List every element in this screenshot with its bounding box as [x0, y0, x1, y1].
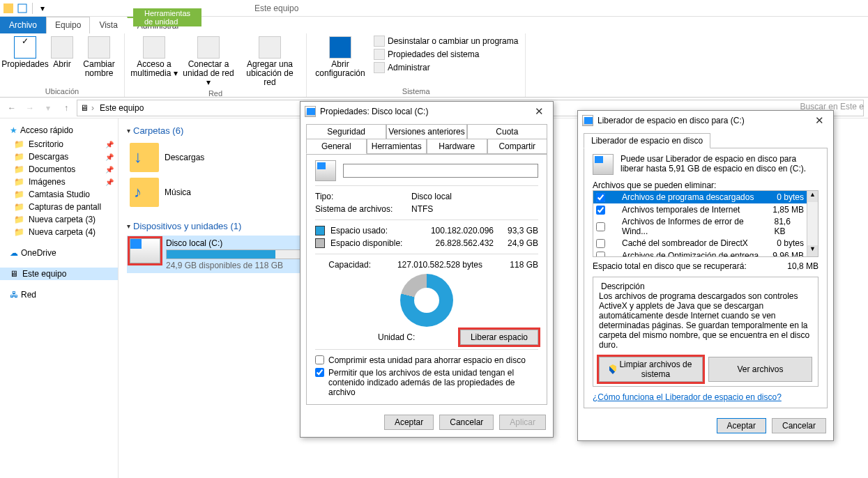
tab-tools[interactable]: Herramientas: [367, 139, 427, 154]
list-item[interactable]: Caché del sombreador de DirectX0 bytes: [593, 237, 807, 249]
ribbon-rename-label: Cambiar nombre: [79, 60, 119, 78]
label-used: Espacio usado:: [330, 226, 411, 236]
breadcrumb-thispc[interactable]: Este equipo: [97, 103, 146, 113]
nav-thispc[interactable]: 🖥Este equipo: [0, 268, 118, 280]
tab-sharing[interactable]: Compartir: [487, 139, 548, 154]
item-checkbox[interactable]: [596, 206, 605, 215]
ribbon-open[interactable]: Abrir: [47, 35, 77, 87]
nav-network[interactable]: 🖧Red: [0, 287, 118, 302]
sidebar-item[interactable]: 📁Descargas📌: [0, 151, 118, 163]
propdlg-titlebar[interactable]: Propiedades: Disco local (C:) ✕: [300, 102, 553, 121]
cleanupdlg-titlebar[interactable]: Liberador de espacio en disco para (C:) …: [578, 111, 833, 130]
ribbon-properties[interactable]: ✓Propiedades: [4, 35, 46, 87]
qat-properties-icon[interactable]: [17, 3, 28, 14]
item-label: Archivos de programa descargados: [622, 192, 754, 202]
clean-system-files-button[interactable]: Limpiar archivos de sistema: [599, 357, 703, 382]
apply-button[interactable]: Aplicar: [499, 415, 546, 430]
ribbon-mapnet[interactable]: Conectar a unidad de red ▾: [181, 35, 236, 89]
folder-icon: [130, 178, 159, 207]
item-size: 0 bytes: [777, 192, 804, 202]
ok-button[interactable]: Aceptar: [384, 415, 434, 430]
ribbon-tabs: Archivo Equipo Vista Administrar: [0, 17, 868, 33]
ok-button[interactable]: Aceptar: [717, 418, 766, 433]
item-checkbox[interactable]: [596, 239, 605, 248]
label-type: Tipo:: [315, 192, 406, 201]
item-label: Archivos de Informes de error de Wind...: [622, 217, 772, 236]
tab-computer[interactable]: Equipo: [46, 17, 90, 33]
sidebar-item[interactable]: 📁Documentos📌: [0, 163, 118, 176]
drive-label-input[interactable]: [343, 164, 538, 178]
drive-icon: [582, 115, 593, 126]
item-size: 1,85 MB: [772, 205, 804, 215]
help-link[interactable]: ¿Cómo funciona el Liberador de espacio e…: [593, 392, 782, 402]
sidebar-item[interactable]: 📁Capturas de pantall: [0, 201, 118, 213]
file-icon: [608, 238, 619, 249]
folder-music[interactable]: Música: [127, 175, 252, 210]
tab-general[interactable]: General: [306, 139, 367, 154]
file-icon: [608, 250, 619, 257]
sidebar-item[interactable]: 📁Imágenes📌: [0, 176, 118, 188]
cleanup-file-list[interactable]: Archivos de programa descargados0 bytesA…: [593, 190, 818, 257]
value-used-bytes: 100.182.020.096: [417, 226, 494, 236]
ribbon-admin[interactable]: Administrar: [371, 61, 521, 74]
tab-prevversions[interactable]: Versiones anteriores: [386, 124, 466, 139]
ribbon-uninstall[interactable]: Desinstalar o cambiar un programa: [371, 35, 521, 47]
tab-hardware[interactable]: Hardware: [427, 139, 487, 154]
folder-icon: 📁: [14, 152, 24, 162]
list-item[interactable]: Archivos de programa descargados0 bytes: [593, 191, 807, 203]
ribbon-settings[interactable]: Abrir configuración: [311, 35, 370, 87]
value-fs: NTFS: [411, 204, 433, 214]
ribbon-addnetloc[interactable]: Agregar una ubicación de red: [238, 35, 302, 89]
sidebar-item[interactable]: 📁Nueva carpeta (4): [0, 226, 118, 238]
ribbon-settings-label: Abrir configuración: [312, 60, 368, 78]
cancel-button[interactable]: Cancelar: [439, 415, 494, 430]
ribbon-admin-label: Administrar: [388, 63, 430, 72]
nav-forward[interactable]: →: [22, 100, 38, 116]
ribbon-sysprops[interactable]: Propiedades del sistema: [371, 48, 521, 61]
close-button[interactable]: ✕: [529, 105, 549, 118]
qat-dropdown-icon[interactable]: ▾: [37, 3, 48, 14]
nav-back[interactable]: ←: [4, 100, 20, 116]
free-swatch: [315, 238, 325, 248]
sidebar-item-label: Documentos: [29, 164, 75, 174]
sidebar-item[interactable]: 📁Nueva carpeta (3): [0, 213, 118, 226]
scrollbar[interactable]: ▲▼: [807, 191, 818, 256]
ribbon-media[interactable]: Acceso a multimedia ▾: [129, 35, 179, 89]
nav-onedrive[interactable]: ☁OneDrive: [0, 245, 118, 261]
checkbox-index[interactable]: Permitir que los archivos de esta unidad…: [315, 367, 538, 399]
tab-file[interactable]: Archivo: [0, 17, 46, 33]
folder-downloads[interactable]: Descargas: [127, 140, 252, 175]
tab-cleanup[interactable]: Liberador de espacio en disco: [584, 133, 710, 148]
window-title: Este equipo: [254, 3, 298, 13]
list-item[interactable]: Archivos temporales de Internet1,85 MB: [593, 203, 807, 216]
sidebar-item[interactable]: 📁Camtasia Studio: [0, 188, 118, 201]
nav-recent[interactable]: ▾: [40, 100, 56, 116]
label-free: Espacio disponible:: [330, 238, 411, 248]
ribbon-group-location: Ubicación: [4, 87, 120, 97]
drive-c[interactable]: Disco local (C:) 24,9 GB disponibles de …: [127, 236, 308, 273]
cancel-button[interactable]: Cancelar: [772, 418, 826, 433]
file-icon: [608, 221, 619, 232]
close-button[interactable]: ✕: [809, 114, 829, 127]
checkbox-index-label: Permitir que los archivos de esta unidad…: [328, 368, 538, 397]
tab-view[interactable]: Vista: [90, 17, 126, 33]
item-checkbox[interactable]: [596, 193, 605, 202]
tab-quota[interactable]: Cuota: [467, 124, 547, 139]
view-files-button[interactable]: Ver archivos: [708, 357, 812, 382]
item-checkbox[interactable]: [596, 222, 605, 231]
drive-name: Disco local (C:): [166, 238, 305, 248]
list-item[interactable]: Archivos de Optimización de entrega9,96 …: [593, 249, 807, 257]
nav-up[interactable]: ↑: [59, 100, 74, 116]
item-checkbox[interactable]: [596, 252, 605, 258]
file-icon: [608, 192, 619, 203]
svg-rect-1: [18, 4, 26, 13]
checkbox-compress[interactable]: Comprimir esta unidad para ahorrar espac…: [315, 354, 538, 367]
tab-security[interactable]: Seguridad: [306, 124, 386, 139]
pin-icon: 📌: [105, 166, 114, 174]
list-item[interactable]: Archivos de Informes de error de Wind...…: [593, 216, 807, 237]
ribbon-rename[interactable]: Cambiar nombre: [78, 35, 120, 87]
disk-cleanup-button[interactable]: Liberar espacio: [460, 330, 538, 345]
folder-icon: 📁: [14, 227, 24, 237]
nav-quick-access[interactable]: ★Acceso rápido: [0, 123, 118, 138]
sidebar-item[interactable]: 📁Escritorio📌: [0, 138, 118, 151]
